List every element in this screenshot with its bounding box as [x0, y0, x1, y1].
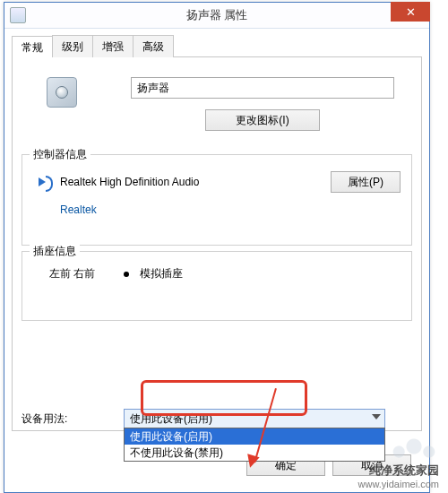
jack-bullet-icon — [124, 272, 129, 277]
usage-option-enable[interactable]: 使用此设备(启用) — [125, 428, 384, 445]
titlebar: 扬声器 属性 ✕ — [4, 3, 429, 29]
tab-levels[interactable]: 级别 — [52, 35, 93, 57]
tab-strip: 常规 级别 增强 高级 — [12, 35, 422, 57]
controller-legend: 控制器信息 — [30, 147, 90, 162]
chevron-down-icon — [372, 414, 381, 419]
controller-groupbox: 控制器信息 Realtek High Definition Audio 属性(P… — [22, 154, 412, 246]
tab-panel-general: 更改图标(I) 控制器信息 Realtek High Definition Au… — [12, 57, 422, 431]
properties-window: 扬声器 属性 ✕ 常规 级别 增强 高级 更改图标(I) 控制器信息 — [4, 2, 430, 493]
sound-device-icon — [39, 176, 53, 188]
jack-channels: 左前 右前 — [49, 266, 95, 281]
device-usage-row: 设备用法: 使用此设备(启用) 使用此设备(启用) 不使用此设备(禁用) — [18, 409, 385, 428]
jack-legend: 插座信息 — [30, 244, 80, 259]
device-usage-selected: 使用此设备(启用) — [130, 411, 212, 427]
controller-properties-button[interactable]: 属性(P) — [331, 171, 401, 193]
tab-general[interactable]: 常规 — [12, 36, 53, 59]
device-name-input[interactable] — [131, 77, 394, 99]
close-button[interactable]: ✕ — [391, 2, 430, 22]
window-title: 扬声器 属性 — [4, 7, 429, 23]
controller-name: Realtek High Definition Audio — [60, 176, 331, 188]
close-icon: ✕ — [406, 6, 416, 18]
jack-groupbox: 插座信息 左前 右前 模拟插座 — [22, 251, 412, 321]
device-header: 更改图标(I) — [47, 77, 394, 131]
tab-enhance[interactable]: 增强 — [92, 35, 134, 57]
change-icon-button[interactable]: 更改图标(I) — [205, 109, 320, 131]
controller-brand: Realtek — [60, 203, 401, 216]
tab-advanced[interactable]: 高级 — [133, 35, 174, 57]
device-usage-label: 设备用法: — [18, 411, 124, 427]
speaker-icon — [47, 77, 77, 108]
device-usage-combobox[interactable]: 使用此设备(启用) — [124, 409, 385, 428]
usage-option-disable[interactable]: 不使用此设备(禁用) — [125, 445, 384, 461]
jack-type: 模拟插座 — [140, 266, 183, 281]
client-area: 常规 级别 增强 高级 更改图标(I) 控制器信息 Realtek High D… — [12, 35, 422, 485]
window-sys-icon — [10, 7, 26, 23]
device-usage-dropdown: 使用此设备(启用) 不使用此设备(禁用) — [124, 428, 385, 462]
